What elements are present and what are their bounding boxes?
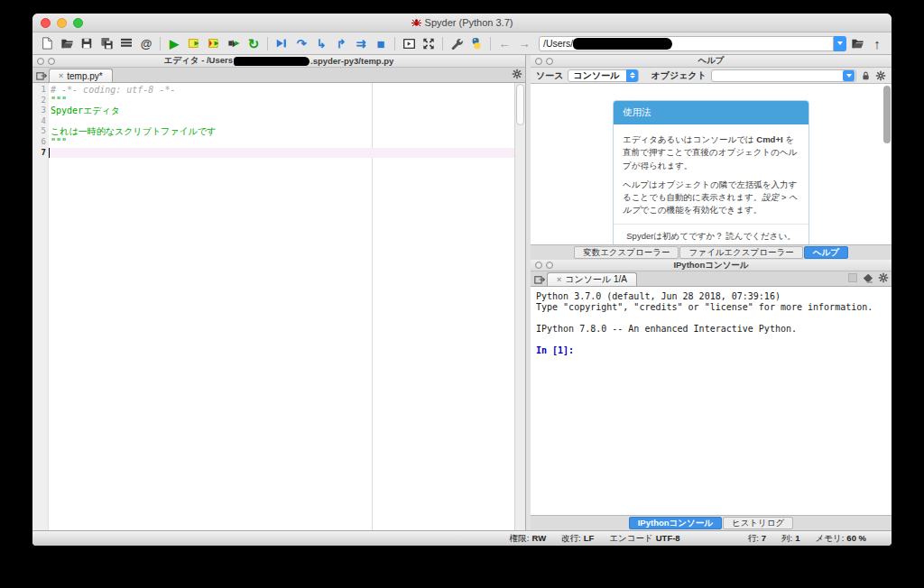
console-options-gear-icon[interactable]	[878, 272, 889, 283]
redacted-text	[234, 57, 310, 66]
python-path-icon[interactable]	[467, 34, 485, 52]
help-options-gear-icon[interactable]	[875, 70, 886, 81]
code-text	[49, 116, 51, 127]
editor-tab-label: temp.py*	[67, 71, 102, 81]
debug-step-into-icon[interactable]: ↳	[312, 34, 330, 52]
working-directory-dropdown-button[interactable]	[834, 36, 846, 51]
editor-options-gear-icon[interactable]	[512, 69, 522, 79]
console-undock-pane-button[interactable]	[546, 262, 553, 269]
run-cell-icon[interactable]	[185, 34, 203, 52]
new-file-icon[interactable]	[38, 34, 56, 52]
code-line-current: 7	[32, 148, 525, 159]
debug-continue-icon[interactable]: ⇉	[352, 34, 370, 52]
help-object-input[interactable]	[711, 69, 856, 82]
code-text: # -*- coding: utf-8 -*-	[49, 85, 175, 96]
debug-step-icon[interactable]: ↷	[292, 34, 310, 52]
find-in-files-icon[interactable]: @	[137, 34, 155, 52]
save-all-icon[interactable]	[97, 34, 116, 52]
run-selection-icon[interactable]	[225, 34, 243, 52]
status-memory: メモリ:60 %	[816, 533, 866, 545]
editor-tab-temp-py[interactable]: × temp.py*	[49, 69, 113, 82]
help-close-pane-button[interactable]	[535, 58, 542, 65]
line-number: 2	[32, 96, 49, 106]
help-source-value: コンソール	[573, 69, 619, 82]
console-tab-label: コンソール 1/A	[565, 273, 627, 286]
tab-history-log[interactable]: ヒストリログ	[723, 517, 793, 529]
status-line: 行:7	[748, 533, 766, 545]
tab-file-explorer[interactable]: ファイルエクスプローラー	[679, 246, 802, 259]
editor-close-pane-button[interactable]	[37, 58, 44, 65]
run-icon[interactable]: ▶	[165, 34, 183, 52]
close-window-button[interactable]	[41, 18, 51, 28]
help-undock-pane-button[interactable]	[546, 58, 553, 65]
fullscreen-icon[interactable]	[420, 34, 438, 52]
tab-close-icon[interactable]: ×	[557, 275, 561, 284]
window-title: Spyder (Python 3.7)	[411, 17, 513, 28]
usage-card-title: 使用法	[614, 101, 808, 124]
forward-icon[interactable]: →	[515, 34, 533, 52]
debug-step-return-icon[interactable]: ↱	[332, 34, 350, 52]
preferences-icon[interactable]	[448, 34, 466, 52]
spyder-spider-icon	[411, 18, 421, 28]
console-tab[interactable]: × コンソール 1/A	[547, 272, 637, 286]
code-text: Spyderエディタ	[49, 106, 120, 116]
title-bar: Spyder (Python 3.7)	[32, 14, 892, 32]
console-banner-line: Python 3.7.0 (default, Jun 28 2018, 07:3…	[536, 291, 886, 302]
line-number: 6	[32, 137, 49, 148]
tab-variable-explorer[interactable]: 変数エクスプローラー	[574, 246, 679, 259]
tutorial-link[interactable]: チュートリアル	[680, 243, 742, 244]
console-banner-line: IPython 7.8.0 -- An enhanced Interactive…	[536, 324, 886, 335]
toolbar-separator	[442, 37, 443, 51]
editor-scrollbar-thumb[interactable]	[516, 84, 524, 125]
maximize-pane-icon[interactable]	[400, 34, 418, 52]
code-text: """	[49, 137, 67, 148]
code-line: 6 """	[32, 137, 525, 148]
back-icon[interactable]: ←	[495, 34, 513, 52]
parent-dir-icon[interactable]: ↑	[868, 34, 886, 52]
code-text	[50, 148, 51, 159]
open-file-icon[interactable]	[58, 34, 76, 52]
code-editor[interactable]: 1 # -*- coding: utf-8 -*- 2 """ 3 Spyder…	[32, 83, 525, 530]
help-options-row: ソース コンソール オブジェクト	[531, 68, 892, 84]
working-directory-text: /Users/	[543, 38, 573, 49]
save-icon[interactable]	[78, 34, 96, 52]
ipython-console-panel: IPythonコンソール × コンソール 1/A	[531, 260, 892, 530]
browse-tabs-icon[interactable]	[532, 272, 547, 286]
console-banner-line	[536, 313, 886, 324]
object-dropdown-button[interactable]	[843, 70, 855, 81]
tab-close-icon[interactable]: ×	[59, 71, 63, 80]
console-close-pane-button[interactable]	[535, 262, 542, 269]
file-switcher-icon[interactable]	[117, 34, 135, 52]
lock-icon[interactable]	[861, 70, 871, 81]
console-prompt: In [1]:	[536, 345, 886, 356]
help-source-select[interactable]: コンソール	[568, 69, 639, 82]
editor-scrollbar[interactable]	[514, 83, 525, 530]
traffic-lights	[41, 18, 83, 28]
clear-console-eraser-icon[interactable]	[862, 273, 873, 283]
run-cell-advance-icon[interactable]	[205, 34, 223, 52]
usage-paragraph-1: エディタあるいはコンソールでは Cmd+I を直前で押すことで直後のオブジェクト…	[623, 133, 799, 172]
tab-ipython-console[interactable]: IPythonコンソール	[629, 517, 722, 529]
usage-card: 使用法 エディタあるいはコンソールでは Cmd+I を直前で押すことで直後のオブ…	[613, 100, 809, 244]
tab-help[interactable]: ヘルプ	[804, 246, 848, 259]
browse-tabs-icon[interactable]	[34, 69, 49, 82]
zoom-window-button[interactable]	[73, 18, 83, 28]
rerun-icon[interactable]: ↻	[245, 34, 263, 52]
status-bar: 権限:RW 改行:LF エンコードUTF-8 行:7 列:1 メモリ:60 %	[32, 530, 892, 546]
working-directory-combo: /Users/	[539, 36, 846, 51]
code-line: 5 これは一時的なスクリプトファイルです	[32, 126, 525, 137]
open-dir-icon[interactable]	[848, 34, 866, 52]
card-divider	[614, 224, 808, 225]
debug-file-icon[interactable]	[273, 34, 291, 52]
help-panel-header: ヘルプ	[531, 55, 892, 68]
interrupt-kernel-icon	[848, 273, 857, 282]
working-directory-input[interactable]: /Users/	[539, 36, 834, 51]
debug-stop-icon[interactable]: ■	[372, 34, 390, 52]
main-toolbar: @ ▶ ↻ ↷ ↳ ↱ ⇉ ■	[32, 32, 892, 55]
console-output[interactable]: Python 3.7.0 (default, Jun 28 2018, 07:3…	[531, 287, 892, 515]
help-scrollbar-thumb[interactable]	[883, 86, 891, 143]
line-number: 1	[32, 85, 49, 96]
editor-undock-pane-button[interactable]	[48, 58, 55, 65]
minimize-window-button[interactable]	[57, 18, 67, 28]
help-panel: ヘルプ ソース コンソール オブジェクト	[531, 55, 892, 260]
